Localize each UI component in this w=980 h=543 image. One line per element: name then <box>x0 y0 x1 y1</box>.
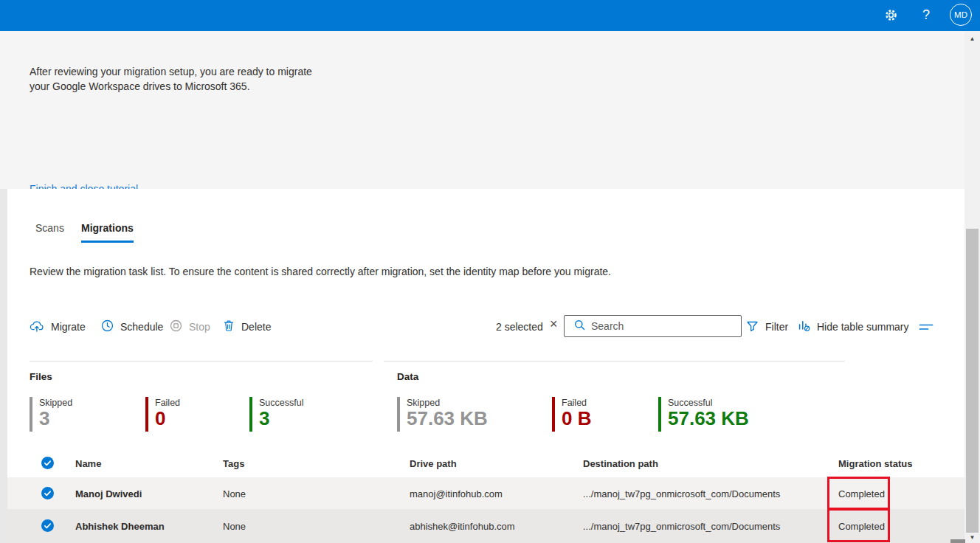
scrollbar-thumb[interactable] <box>966 229 979 533</box>
cell-drive-path: abhishek@itinfohub.com <box>410 521 515 532</box>
filter-button[interactable]: Filter <box>746 319 788 335</box>
cell-destination-path: .../manoj_tw7pg_onmicrosoft_com/Document… <box>583 521 780 532</box>
filter-label: Filter <box>765 321 788 333</box>
schedule-button[interactable]: Schedule <box>101 319 163 335</box>
column-header-drive-path[interactable]: Drive path <box>410 458 457 469</box>
search-box[interactable] <box>564 315 742 337</box>
tutorial-line-1: After reviewing your migration setup, yo… <box>30 64 339 79</box>
stat-label: Successful <box>259 398 303 408</box>
data-summary-title: Data <box>397 371 418 382</box>
failed-bar <box>552 397 555 432</box>
tutorial-text: After reviewing your migration setup, yo… <box>30 64 339 94</box>
stat-label: Failed <box>562 398 591 408</box>
stat-label: Failed <box>155 398 180 408</box>
content-card: Scans Migrations Review the migration ta… <box>7 189 965 543</box>
horizontal-scrollbar-thumb[interactable] <box>950 539 965 543</box>
files-failed-stat: Failed 0 <box>145 397 180 432</box>
hide-table-summary-label: Hide table summary <box>817 321 909 333</box>
stop-label: Stop <box>189 321 210 333</box>
vertical-scrollbar[interactable]: ▲ ▼ <box>965 31 980 543</box>
row-checkbox[interactable] <box>41 487 54 499</box>
stat-label: Skipped <box>39 398 72 408</box>
skipped-bar <box>30 397 32 432</box>
cell-migration-status: Completed <box>838 521 885 532</box>
failed-bar <box>145 397 148 432</box>
table-row[interactable]: Manoj Dwivedi None manoj@itinfohub.com .… <box>7 477 965 509</box>
divider <box>30 361 373 362</box>
view-options-icon[interactable] <box>919 322 934 335</box>
stat-value: 3 <box>39 408 72 429</box>
column-header-migration-status[interactable]: Migration status <box>838 458 912 469</box>
files-skipped-stat: Skipped 3 <box>30 397 72 432</box>
files-successful-stat: Successful 3 <box>249 397 303 432</box>
files-summary-title: Files <box>30 371 52 382</box>
hide-table-summary-button[interactable]: Hide table summary <box>798 319 909 335</box>
tutorial-line-2: your Google Workspace drives to Microsof… <box>30 79 339 94</box>
column-header-destination-path[interactable]: Destination path <box>583 458 658 469</box>
tutorial-panel: After reviewing your migration setup, yo… <box>0 31 980 189</box>
cell-migration-status: Completed <box>838 488 885 499</box>
stat-value: 57.63 KB <box>407 408 488 429</box>
clock-icon <box>101 319 114 334</box>
stat-label: Successful <box>668 398 749 408</box>
search-icon <box>574 319 585 333</box>
scroll-down-icon[interactable]: ▼ <box>965 534 980 541</box>
data-successful-stat: Successful 57.63 KB <box>658 397 749 432</box>
app-header: ? MD <box>0 0 980 31</box>
avatar[interactable]: MD <box>950 4 972 26</box>
chart-hidden-icon <box>798 319 810 334</box>
tab-scans[interactable]: Scans <box>35 222 64 234</box>
cell-name: Manoj Dwivedi <box>75 488 142 499</box>
column-header-tags[interactable]: Tags <box>223 458 244 469</box>
cell-tags: None <box>223 521 246 532</box>
page-description: Review the migration task list. To ensur… <box>30 266 611 277</box>
cell-destination-path: .../manoj_tw7pg_onmicrosoft_com/Document… <box>583 488 780 499</box>
delete-button[interactable]: Delete <box>223 319 271 335</box>
scroll-up-icon[interactable]: ▲ <box>965 35 980 42</box>
stat-value: 57.63 KB <box>668 408 749 429</box>
table-row[interactable]: Abhishek Dheeman None abhishek@itinfohub… <box>7 509 965 543</box>
stat-value: 3 <box>259 408 303 429</box>
help-icon[interactable]: ? <box>922 6 930 24</box>
successful-bar <box>658 397 661 432</box>
filter-funnel-icon <box>746 320 759 334</box>
settings-gear-icon[interactable] <box>884 8 898 22</box>
stat-value: 0 <box>155 408 180 429</box>
successful-bar <box>249 397 252 432</box>
select-all-checkbox[interactable] <box>41 457 54 469</box>
stop-button: Stop <box>170 319 210 335</box>
migrate-button[interactable]: Migrate <box>30 319 86 335</box>
divider <box>384 361 845 362</box>
skipped-bar <box>397 397 400 432</box>
row-checkbox[interactable] <box>41 519 54 532</box>
cloud-upload-icon <box>30 320 44 334</box>
search-input[interactable] <box>591 320 735 332</box>
migrate-label: Migrate <box>51 321 86 333</box>
schedule-label: Schedule <box>120 321 163 333</box>
selected-count: 2 selected <box>496 321 543 333</box>
delete-label: Delete <box>241 321 271 333</box>
migration-manager-page: ? MD After reviewing your migration setu… <box>0 0 980 543</box>
cell-name: Abhishek Dheeman <box>75 521 165 532</box>
column-header-name[interactable]: Name <box>75 458 101 469</box>
stat-label: Skipped <box>407 398 488 408</box>
stat-value: 0 B <box>562 408 591 429</box>
trash-icon <box>223 319 235 334</box>
clear-selection-icon[interactable]: × <box>550 317 558 332</box>
data-skipped-stat: Skipped 57.63 KB <box>397 397 488 432</box>
data-failed-stat: Failed 0 B <box>552 397 591 432</box>
stop-icon <box>170 319 182 334</box>
cell-drive-path: manoj@itinfohub.com <box>410 488 503 499</box>
tab-migrations[interactable]: Migrations <box>81 222 134 243</box>
cell-tags: None <box>223 488 246 499</box>
